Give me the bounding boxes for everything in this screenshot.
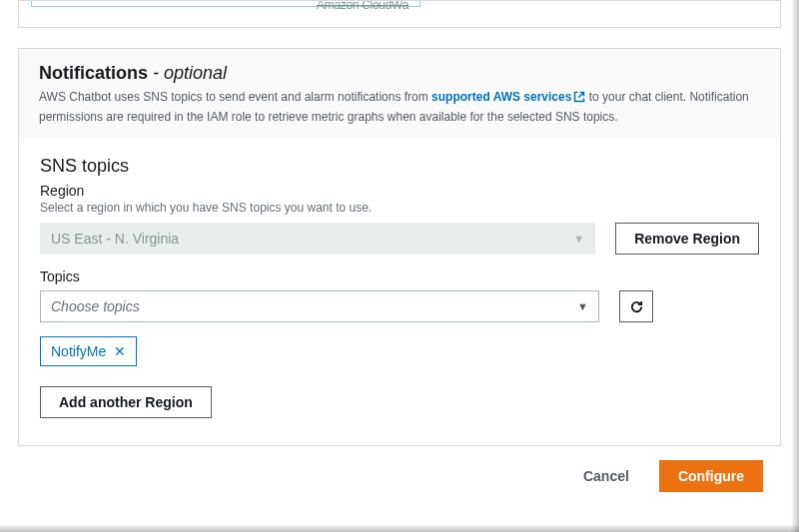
- bottom-shadow: [0, 524, 799, 532]
- refresh-icon: [629, 299, 644, 314]
- region-label: Region: [40, 183, 759, 199]
- ghost-text: Amazon CloudWa: [317, 0, 408, 12]
- notifications-desc-pre: AWS Chatbot uses SNS topics to send even…: [39, 90, 431, 104]
- chevron-down-icon: ▼: [573, 233, 584, 245]
- remove-region-button[interactable]: Remove Region: [615, 223, 759, 255]
- notifications-description: AWS Chatbot uses SNS topics to send even…: [39, 88, 760, 126]
- region-hint: Select a region in which you have SNS to…: [40, 201, 759, 215]
- region-select[interactable]: US East - N. Virginia ▼: [40, 223, 595, 255]
- notifications-panel: Notifications - optional AWS Chatbot use…: [18, 48, 781, 446]
- supported-services-link[interactable]: supported AWS services: [431, 90, 585, 104]
- external-link-icon: [573, 90, 585, 108]
- previous-panel-fragment: Amazon CloudWa: [18, 0, 781, 28]
- configure-button[interactable]: Configure: [659, 460, 763, 492]
- topics-placeholder: Choose topics: [51, 298, 140, 314]
- notifications-optional: - optional: [148, 63, 227, 83]
- topic-tag-label: NotifyMe: [51, 343, 106, 359]
- chevron-down-icon: ▼: [577, 300, 588, 312]
- region-select-value: US East - N. Virginia: [51, 231, 179, 247]
- topics-label: Topics: [40, 268, 759, 284]
- right-shadow: [791, 0, 799, 532]
- refresh-button[interactable]: [619, 290, 653, 322]
- footer-actions: Cancel Configure: [18, 446, 781, 492]
- sns-topics-section: SNS topics Region Select a region in whi…: [20, 138, 779, 444]
- cancel-button[interactable]: Cancel: [565, 460, 647, 492]
- sns-topics-heading: SNS topics: [40, 156, 759, 177]
- remove-tag-icon[interactable]: ✕: [114, 343, 126, 359]
- topics-select[interactable]: Choose topics ▼: [40, 290, 599, 322]
- notifications-title-text: Notifications: [39, 63, 148, 83]
- add-another-region-button[interactable]: Add another Region: [40, 386, 212, 418]
- topic-tag: NotifyMe ✕: [40, 336, 137, 366]
- notifications-title: Notifications - optional: [39, 63, 760, 84]
